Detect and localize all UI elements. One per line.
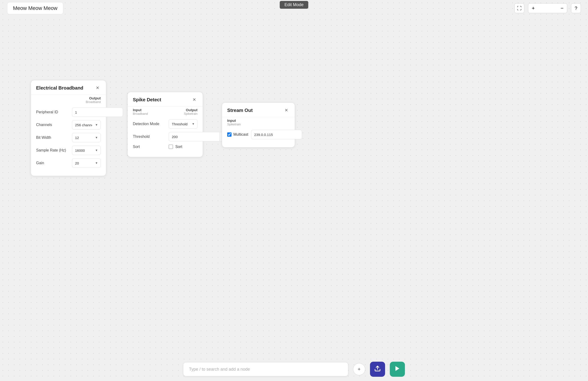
spike-close-button[interactable]: ✕: [191, 96, 197, 103]
multicast-checkbox[interactable]: [227, 133, 231, 137]
detection-mode-select-wrapper: Threshold ▼: [169, 119, 197, 129]
threshold-input[interactable]: [169, 132, 220, 141]
spike-node-header: Spike Detect ✕: [128, 92, 203, 107]
sort-label: Sort: [133, 145, 166, 149]
threshold-row: Threshold mHz: [133, 132, 197, 141]
channels-label: Channels: [36, 123, 69, 127]
stream-input-subtype: Spiketrain: [227, 123, 241, 126]
top-right-controls: ⛶ + − ?: [514, 3, 581, 13]
threshold-label: Threshold: [133, 134, 166, 139]
sort-checkbox-row: Sort: [169, 145, 182, 149]
gain-select[interactable]: 20: [72, 158, 101, 168]
peripheral-id-label: Peripheral ID: [36, 110, 69, 114]
help-button[interactable]: ?: [571, 3, 581, 13]
gain-row: Gain 20 ▼: [36, 158, 101, 168]
spike-output-label: Output: [186, 108, 197, 112]
fullscreen-button[interactable]: ⛶: [514, 3, 524, 13]
sample-rate-row: Sample Rate (Hz) 16000 ▼: [36, 146, 101, 155]
gain-select-wrapper: 20 ▼: [72, 158, 101, 168]
stream-port-area: Input Spiketrain: [222, 117, 295, 127]
electrical-output-label: Output: [89, 96, 101, 100]
connections-svg: [0, 17, 71, 52]
stream-node-header: Stream Out ✕: [222, 103, 295, 117]
electrical-output-port: Output Broadband: [86, 96, 101, 104]
detection-mode-row: Detection Mode Threshold ▼: [133, 119, 197, 129]
multicast-row: Multicast: [227, 130, 290, 139]
top-bar: Meow Meow Meow ⛶ + − ?: [0, 0, 588, 17]
spike-node-title: Spike Detect: [133, 97, 161, 102]
play-button[interactable]: [390, 362, 405, 377]
multicast-value-input[interactable]: [251, 130, 302, 139]
sort-checkbox[interactable]: [169, 145, 173, 149]
bit-width-label: Bit Width: [36, 135, 69, 140]
upload-button[interactable]: [370, 362, 385, 377]
electrical-output-port-area: Output Broadband: [31, 95, 106, 104]
stream-out-node: Stream Out ✕ Input Spiketrain Multicast: [222, 102, 295, 148]
peripheral-id-input[interactable]: [72, 107, 123, 117]
app-title: Meow Meow Meow: [7, 2, 63, 14]
electrical-node-header: Electrical Broadband ✕: [31, 80, 106, 95]
bit-width-select[interactable]: 12: [72, 133, 101, 142]
bit-width-select-wrapper: 12 ▼: [72, 133, 101, 142]
channels-row: Channels 256 channels selected ▼: [36, 120, 101, 130]
electrical-node-body: Peripheral ID Channels 256 channels sele…: [31, 104, 106, 176]
sample-rate-label: Sample Rate (Hz): [36, 148, 69, 152]
spike-output-port: Output Spiketrain: [184, 108, 197, 115]
channels-select-wrapper: 256 channels selected ▼: [72, 120, 101, 130]
stream-close-button[interactable]: ✕: [283, 107, 290, 114]
help-icon: ?: [575, 6, 577, 11]
spike-node-body: Detection Mode Threshold ▼ Threshold mHz: [128, 116, 203, 157]
search-bar[interactable]: Type / to search and add a node: [183, 362, 348, 376]
stream-input-label: Input: [227, 118, 241, 123]
fullscreen-icon: ⛶: [517, 6, 522, 11]
upload-icon: [374, 365, 381, 373]
spike-input-port: Input Broadband: [133, 108, 148, 115]
electrical-close-button[interactable]: ✕: [94, 85, 101, 91]
zoom-controls: + −: [528, 3, 567, 13]
detection-mode-label: Detection Mode: [133, 122, 166, 126]
spike-detect-node: Spike Detect ✕ Input Broadband Output Sp…: [127, 92, 203, 157]
multicast-label-text: Multicast: [233, 133, 248, 137]
spike-output-subtype: Spiketrain: [184, 112, 197, 115]
gain-label: Gain: [36, 161, 69, 165]
canvas: Electrical Broadband ✕ Output Broadband …: [0, 17, 588, 358]
peripheral-id-row: Peripheral ID: [36, 107, 101, 117]
spike-input-label: Input: [133, 108, 148, 112]
stream-node-body: Multicast: [222, 127, 295, 147]
sample-rate-select-wrapper: 16000 ▼: [72, 146, 101, 155]
zoom-in-button[interactable]: +: [528, 3, 538, 13]
zoom-out-button[interactable]: −: [557, 3, 567, 13]
sort-row: Sort Sort: [133, 145, 197, 149]
stream-input-port: Input Spiketrain: [227, 118, 241, 126]
search-placeholder: Type / to search and add a node: [189, 367, 250, 372]
stream-node-title: Stream Out: [227, 108, 253, 113]
spike-port-area: Input Broadband Output Spiketrain: [128, 107, 203, 116]
bit-width-row: Bit Width 12 ▼: [36, 133, 101, 142]
electrical-broadband-node: Electrical Broadband ✕ Output Broadband …: [31, 80, 106, 176]
svg-marker-5: [396, 366, 399, 371]
electrical-output-subtype: Broadband: [86, 100, 101, 104]
spike-input-subtype: Broadband: [133, 112, 148, 115]
channels-select[interactable]: 256 channels selected: [72, 120, 101, 130]
detection-mode-select[interactable]: Threshold: [169, 119, 197, 129]
bottom-bar: Type / to search and add a node +: [0, 358, 588, 381]
electrical-node-title: Electrical Broadband: [36, 85, 83, 91]
multicast-label-group: Multicast: [227, 133, 248, 137]
sort-checkbox-label: Sort: [175, 145, 182, 149]
sample-rate-select[interactable]: 16000: [72, 146, 101, 155]
play-icon: [394, 365, 401, 373]
bottom-add-button[interactable]: +: [353, 363, 365, 375]
